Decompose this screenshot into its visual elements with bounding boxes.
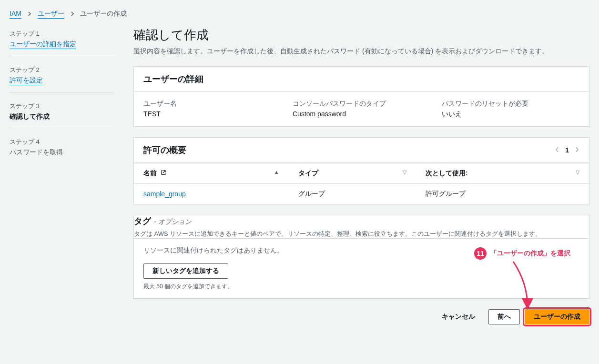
annotation-badge: 11 [474, 247, 487, 260]
detail-value: TEST [143, 110, 281, 118]
step-label: ステップ 2 [10, 66, 114, 74]
breadcrumb-current: ユーザーの作成 [80, 10, 127, 17]
step-title: パスワードを取得 [10, 148, 114, 157]
col-type[interactable]: タイプ ▽ [289, 163, 416, 184]
sort-icon[interactable]: ▽ [576, 169, 579, 175]
previous-button[interactable]: 前へ [488, 309, 520, 324]
breadcrumb: IAM ユーザー ユーザーの作成 [10, 8, 589, 27]
create-user-button[interactable]: ユーザーの作成 [525, 309, 589, 324]
detail-value: Custom password [293, 110, 430, 118]
sort-icon[interactable]: ▽ [403, 169, 406, 175]
chevron-right-icon [70, 10, 75, 17]
cell-type: グループ [289, 184, 416, 204]
user-details-heading: ユーザーの詳細 [143, 73, 203, 85]
step-1[interactable]: ステップ 1 ユーザーの詳細を指定 [10, 27, 114, 56]
page-description: 選択内容を確認します。ユーザーを作成した後、自動生成されたパスワード (有効にな… [133, 47, 589, 56]
col-label: 次として使用: [426, 169, 468, 177]
page-number: 1 [565, 146, 569, 154]
detail-password-reset: パスワードのリセットが必要 いいえ [442, 100, 579, 119]
annotation-text: 「ユーザーの作成」を選択 [490, 249, 570, 258]
user-details-panel: ユーザーの詳細 ユーザー名 TEST コンソールパスワードのタイプ Custom… [133, 66, 589, 127]
col-used-as[interactable]: 次として使用: ▽ [416, 163, 589, 184]
pagination: 1 [555, 146, 579, 154]
permissions-panel: 許可の概要 1 名前 [133, 137, 589, 204]
tags-limit: 最大 50 個のタグを追加できます。 [143, 283, 579, 291]
col-name[interactable]: 名前 ▲ [134, 163, 289, 184]
step-4: ステップ 4 パスワードを取得 [10, 135, 114, 163]
detail-password-type: コンソールパスワードのタイプ Custom password [293, 100, 430, 119]
detail-username: ユーザー名 TEST [143, 100, 281, 119]
step-2[interactable]: ステップ 2 許可を設定 [10, 63, 114, 92]
permissions-heading: 許可の概要 [143, 144, 186, 156]
group-link[interactable]: sample_group [143, 190, 186, 198]
step-title[interactable]: 許可を設定 [10, 76, 43, 85]
footer-actions: 11 「ユーザーの作成」を選択 キャンセル 前へ ユーザーの作成 [133, 309, 589, 324]
detail-label: パスワードのリセットが必要 [442, 100, 579, 108]
add-tag-button[interactable]: 新しいタグを追加する [143, 263, 228, 279]
chevron-right-icon[interactable] [575, 146, 579, 154]
annotation: 11 「ユーザーの作成」を選択 [474, 247, 570, 260]
step-title: 確認して作成 [10, 112, 114, 121]
tags-optional: - オプション [154, 218, 192, 226]
chevron-left-icon[interactable] [555, 146, 559, 154]
permissions-table: 名前 ▲ タイプ ▽ 次として使用: ▽ [134, 163, 589, 204]
step-label: ステップ 4 [10, 138, 114, 146]
step-label: ステップ 3 [10, 102, 114, 111]
step-title[interactable]: ユーザーの詳細を指定 [10, 40, 76, 49]
page-title: 確認して作成 [133, 27, 589, 43]
tags-description: タグは AWS リソースに追加できるキーと値のペアで、リソースの特定、整理、検索… [134, 230, 589, 238]
detail-value: いいえ [442, 110, 579, 119]
external-link-icon [161, 169, 166, 177]
breadcrumb-users[interactable]: ユーザー [38, 10, 64, 19]
sort-asc-icon[interactable]: ▲ [274, 169, 279, 175]
chevron-right-icon [27, 10, 32, 17]
tags-heading: タグ [134, 215, 151, 227]
cell-used-as: 許可グループ [416, 184, 589, 204]
breadcrumb-iam[interactable]: IAM [10, 10, 21, 19]
cancel-button[interactable]: キャンセル [433, 310, 484, 324]
step-3: ステップ 3 確認して作成 [10, 99, 114, 128]
detail-label: ユーザー名 [143, 100, 281, 108]
step-label: ステップ 1 [10, 30, 114, 38]
wizard-steps: ステップ 1 ユーザーの詳細を指定 ステップ 2 許可を設定 ステップ 3 確認… [10, 27, 114, 324]
col-label: 名前 [143, 169, 157, 177]
detail-label: コンソールパスワードのタイプ [293, 100, 430, 108]
table-row: sample_group グループ 許可グループ [134, 184, 589, 204]
col-label: タイプ [298, 169, 318, 177]
